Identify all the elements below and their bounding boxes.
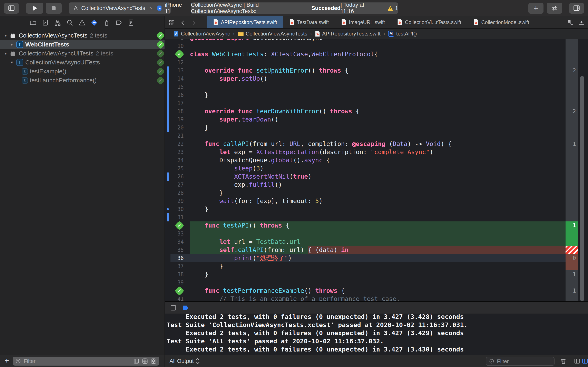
line-number[interactable]: 21: [165, 132, 184, 140]
code-line[interactable]: 31: [165, 213, 566, 221]
test-passed-icon[interactable]: [174, 286, 184, 296]
code-line[interactable]: 22 func callAPI(from url: URL, completio…: [165, 140, 566, 148]
issue-navigator-icon[interactable]: [78, 19, 86, 26]
code-line[interactable]: 30 }: [165, 205, 566, 213]
code-line[interactable]: 41 // This is an example of a performanc…: [165, 295, 566, 301]
code-line[interactable]: 25 sleep(3): [165, 164, 566, 173]
line-number[interactable]: 31: [165, 213, 184, 221]
code-line[interactable]: 13 override func setUpWithError() throws…: [165, 67, 566, 75]
code-line[interactable]: 27 exp.fulfill(): [165, 181, 566, 189]
test-navigator-row[interactable]: ▾TCollectionViewAsyncUITests: [0, 58, 165, 67]
disclosure-arrow-icon[interactable]: ▾: [9, 60, 14, 65]
filter-input[interactable]: [23, 358, 131, 365]
code-line[interactable]: 10: [165, 42, 566, 50]
report-navigator-icon[interactable]: [127, 19, 135, 26]
test-navigator-row[interactable]: ▸TWebClientTests: [0, 40, 165, 49]
line-number[interactable]: 13: [165, 67, 184, 75]
line-number[interactable]: 25: [165, 164, 184, 173]
find-icon[interactable]: [66, 19, 73, 26]
console-output[interactable]: Executed 2 tests, with 0 failures (0 une…: [165, 314, 588, 355]
line-number[interactable]: 37: [165, 262, 184, 270]
line-number[interactable]: 17: [165, 99, 184, 107]
back-chevron-icon[interactable]: [179, 19, 187, 26]
console-filter-input[interactable]: [497, 358, 552, 365]
run-button[interactable]: [26, 3, 43, 14]
line-number[interactable]: 22: [165, 140, 184, 148]
line-number[interactable]: 24: [165, 156, 184, 164]
test-passed-icon[interactable]: [156, 49, 165, 58]
code-line[interactable]: 19 super.tearDown(): [165, 115, 566, 124]
line-number[interactable]: 33: [165, 230, 184, 238]
code-line[interactable]: 18 override func tearDownWithError() thr…: [165, 107, 566, 115]
code-line[interactable]: 29 wait(for: [exp], timeout: 5): [165, 197, 566, 205]
add-test-button[interactable]: +: [4, 357, 9, 364]
test-navigator-icon[interactable]: [91, 19, 98, 26]
editor-tab[interactable]: APIRepositoryTests.swift: [207, 16, 283, 28]
scheme-selector[interactable]: CollectionViewAsyncTests › iPhone 11: [69, 2, 171, 14]
failed-tests-filter-icon[interactable]: [142, 358, 148, 364]
code-line[interactable]: 17: [165, 99, 566, 107]
toggle-navigator-button[interactable]: [4, 3, 19, 14]
line-number[interactable]: 19: [165, 115, 184, 124]
breakpoint-navigator-icon[interactable]: [115, 19, 122, 26]
test-passed-icon[interactable]: [156, 40, 165, 49]
code-line[interactable]: class WebClientTests: XCTestCase,WebClie…: [165, 50, 566, 58]
source-control-icon[interactable]: [42, 19, 49, 26]
editor-tab[interactable]: CollectionModel.swift: [467, 16, 535, 28]
editor-options-icon[interactable]: [567, 18, 574, 26]
project-navigator-icon[interactable]: [29, 19, 37, 26]
breadcrumb-item[interactable]: MtestAPI(): [388, 31, 417, 37]
line-number[interactable]: 28: [165, 189, 184, 197]
recent-tests-filter-icon[interactable]: [150, 358, 157, 364]
code-line[interactable]: 14 super.setUp(): [165, 75, 566, 83]
test-navigator-row[interactable]: ▾CollectionViewAsyncUITests2 tests: [0, 49, 165, 58]
line-number[interactable]: 18: [165, 107, 184, 115]
test-passed-icon[interactable]: [156, 58, 165, 67]
code-line[interactable]: func testPerformanceExample() throws {: [165, 287, 566, 295]
editor-scrollbar[interactable]: [580, 76, 584, 301]
toggle-console-icon[interactable]: [170, 304, 177, 311]
console-scope-selector[interactable]: All Output: [169, 358, 199, 364]
code-line[interactable]: 26 XCTAssertNotNil(true): [165, 173, 566, 181]
line-number[interactable]: 35: [165, 246, 184, 254]
show-source-filter-icon[interactable]: [133, 358, 140, 364]
activity-status[interactable]: CollectionViewAsync | Build CollectionVi…: [191, 2, 398, 14]
breadcrumb-item[interactable]: APIRepositoryTests.swift: [315, 30, 380, 37]
code-line[interactable]: 12: [165, 58, 566, 67]
line-number[interactable]: 10: [165, 42, 184, 50]
add-editor-icon[interactable]: [578, 18, 585, 26]
test-passed-icon[interactable]: [156, 31, 165, 40]
disclosure-arrow-icon[interactable]: ▾: [3, 51, 8, 56]
test-passed-icon[interactable]: [174, 49, 184, 59]
disclosure-arrow-icon[interactable]: ▾: [3, 33, 8, 38]
breadcrumb-item[interactable]: CollectionViewAsync: [173, 31, 230, 37]
code-line[interactable]: 34 let url = TestData.url: [165, 238, 566, 246]
code-line[interactable]: 33: [165, 230, 566, 238]
line-number[interactable]: 30: [165, 205, 184, 213]
line-number[interactable]: 12: [165, 58, 184, 67]
add-editor-tab-button[interactable]: +: [528, 3, 544, 14]
disclosure-arrow-icon[interactable]: ▸: [9, 42, 14, 47]
line-number[interactable]: 15: [165, 83, 184, 91]
line-number[interactable]: 39: [165, 278, 184, 287]
line-number[interactable]: 38: [165, 270, 184, 278]
code-line[interactable]: 36 print("処理終了"): [165, 254, 566, 262]
test-navigator-row[interactable]: ▾CollectionViewAsyncTests2 tests: [0, 31, 165, 40]
line-number[interactable]: 34: [165, 238, 184, 246]
code-line[interactable]: 28 }: [165, 189, 566, 197]
breadcrumb-item[interactable]: CollectionViewAsyncTests: [238, 31, 307, 37]
editor-tab[interactable]: CollectionVi...rTests.swift: [391, 16, 467, 28]
related-items-icon[interactable]: [168, 19, 176, 26]
code-line[interactable]: 38 }: [165, 270, 566, 278]
forward-chevron-icon[interactable]: [190, 19, 198, 26]
version-editor-button[interactable]: [547, 3, 562, 14]
debug-navigator-icon[interactable]: [103, 19, 110, 26]
code-line[interactable]: 15: [165, 83, 566, 91]
breakpoints-toggle-icon[interactable]: [182, 305, 190, 311]
sidebar-divider[interactable]: [164, 16, 165, 367]
code-line[interactable]: 39: [165, 278, 566, 287]
line-number[interactable]: 29: [165, 197, 184, 205]
symbol-navigator-icon[interactable]: [54, 19, 61, 26]
code-line[interactable]: 20 }: [165, 124, 566, 132]
line-number[interactable]: 14: [165, 75, 184, 83]
